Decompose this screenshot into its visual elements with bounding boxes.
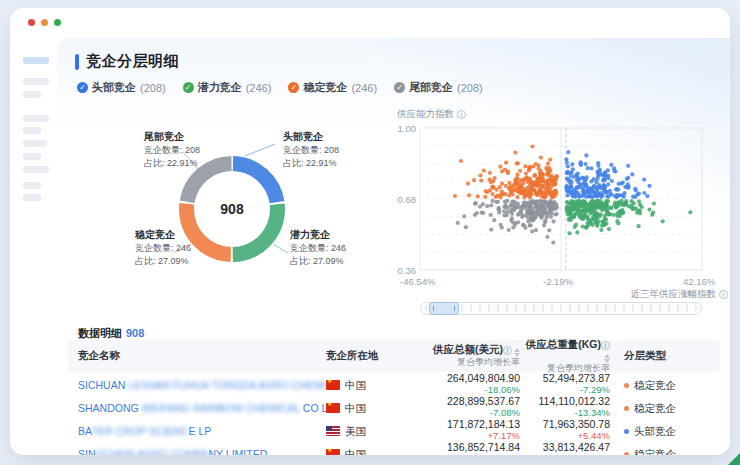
slider-waveform [425,305,697,312]
sidebar-item[interactable] [23,91,41,98]
sidebar-item-active[interactable] [23,57,49,64]
tier-type-cell: 头部竞企 [610,421,720,439]
tier-legend: ✓头部竞企(208)✓潜力竞企(246)✓稳定竞企(246)✓尾部竞企(208) [77,80,483,95]
company-link[interactable]: SHANDONG WEIFANG RAINBOW CHEMICAL CO LTD [78,402,326,414]
svg-text:头部竞企: 头部竞企 [283,131,324,142]
app-window: 竞企分层明细 ✓头部竞企(208)✓潜力竞企(246)✓稳定竞企(246)✓尾部… [10,8,730,455]
svg-text:竞企数量: 246: 竞企数量: 246 [290,243,346,253]
sidebar-item[interactable] [23,78,49,85]
company-link[interactable]: SICHUAN LESHAN FUHUA TONGDA AGRO CHEMIOG… [78,379,326,391]
info-icon[interactable]: i [719,290,728,299]
sidebar-nav-skeleton[interactable] [10,38,57,455]
sidebar-item[interactable] [23,153,41,160]
svg-text:竞企数量: 246: 竞企数量: 246 [135,243,191,253]
check-circle-icon: ✓ [288,82,299,93]
legend-label: 头部竞企 [92,80,136,95]
svg-text:潜力竞企: 潜力竞企 [289,229,331,240]
check-circle-icon: ✓ [77,82,88,93]
col-header-location: 竞企所在地 [326,349,416,363]
traffic-lights [28,19,61,26]
info-icon[interactable]: i [503,346,512,355]
table-section-title: 数据明细908 [78,326,144,341]
supply-weight-cell: 71,963,350.78+5.44% [520,419,610,440]
legend-count: (208) [140,82,166,94]
data-zoom-slider[interactable] [420,302,702,315]
table-row: SINOCHEM AGRO COMPANY LIMITED中国136,852,7… [68,441,720,455]
supply-scatter-chart[interactable]: 供应能力指数i 1.00 0.68 0.36 -46.54% -2.19% 42… [395,108,730,322]
legend-item-2[interactable]: ✓潜力竞企(246) [183,80,272,95]
record-count: 908 [126,327,144,339]
supply-amount-cell: 136,852,714.84-6.67% [416,442,520,455]
col-header-tier-type: 分层类型 [610,349,720,363]
svg-text:竞企数量: 208: 竞企数量: 208 [144,145,200,155]
page-title: 竞企分层明细 [86,52,179,71]
scatter-series-尾部竞企 [456,199,559,245]
detail-table: 竞企名称 竞企所在地 供应总额(美元)i 复合季均增长率 供应总重量(KG)i … [68,340,720,455]
info-icon[interactable]: i [457,110,466,119]
legend-label: 潜力竞企 [198,80,242,95]
country-flag-icon [326,380,340,390]
table-body: SICHUAN LESHAN FUHUA TONGDA AGRO CHEMIOG… [68,372,720,455]
company-link[interactable]: BAYER CROP SCIENCE LP [78,425,211,437]
supply-amount-cell: 228,899,537.67-7.08% [416,396,520,417]
maximize-window-button[interactable] [54,19,61,26]
sidebar-item[interactable] [23,127,41,134]
section-header: 竞企分层明细 [75,52,179,71]
legend-item-3[interactable]: ✓稳定竞企(246) [288,80,377,95]
donut-total: 908 [220,201,244,217]
tier-dot-icon [624,452,629,456]
col-header-supply-weight: 供应总重量(KG)i 复合季均增长率 [520,339,610,374]
col-header-company-name: 竞企名称 [68,349,326,363]
redacted-name-segment: YER CROP SCIENC [91,425,188,437]
corner-decoration [728,453,740,465]
tier-type-cell: 稳定竞企 [610,398,720,416]
tier-type-cell: 稳定竞企 [610,375,720,393]
company-location: 中国 [326,444,416,456]
legend-item-1[interactable]: ✓头部竞企(208) [77,80,166,95]
supply-weight-cell: 52,494,273.87-7.29% [520,373,610,394]
info-icon[interactable]: i [601,341,610,350]
y-tick-mid: 0.68 [395,194,416,205]
x-tick-max: 42.16% [683,276,715,287]
x-tick-mid: -2.19% [543,276,573,287]
country-flag-icon [326,403,340,413]
donut-label-尾部竞企: 尾部竞企竞企数量: 208占比: 22.91% [143,131,200,168]
legend-label: 尾部竞企 [409,80,453,95]
scatter-series-头部竞企 [564,150,651,199]
sidebar-item[interactable] [23,140,47,147]
legend-label: 稳定竞企 [303,80,347,95]
tier-dot-icon [624,383,629,388]
svg-text:稳定竞企: 稳定竞企 [134,229,176,240]
table-row: BAYER CROP SCIENCE LP美国171,872,184.13+7.… [68,418,720,441]
company-location: 中国 [326,375,416,393]
x-tick-min: -46.54% [400,276,435,287]
sidebar-item[interactable] [23,194,41,201]
tier-dot-icon [624,406,629,411]
sidebar-item[interactable] [23,115,49,122]
scatter-x-axis-title: 近三年供应涨幅指数i [631,288,729,301]
svg-text:竞企数量: 208: 竞企数量: 208 [283,145,339,155]
svg-text:占比: 27.09%: 占比: 27.09% [135,256,189,266]
close-window-button[interactable] [28,19,35,26]
legend-count: (208) [457,82,483,94]
legend-item-4[interactable]: ✓尾部竞企(208) [394,80,483,95]
table-row: SICHUAN LESHAN FUHUA TONGDA AGRO CHEMIOG… [68,372,720,395]
redacted-name-segment: WEIFANG RAINBOW CHEMICAL [142,402,300,414]
company-link[interactable]: SINOCHEM AGRO COMPANY LIMITED [78,448,267,456]
window-titlebar [10,8,730,38]
svg-text:占比: 22.91%: 占比: 22.91% [283,158,337,168]
svg-text:尾部竞企: 尾部竞企 [143,131,185,142]
supply-weight-cell: 33,813,426.47-2.38% [520,442,610,455]
sidebar-item[interactable] [23,166,49,173]
main-content: 竞企分层明细 ✓头部竞企(208)✓潜力竞企(246)✓稳定竞企(246)✓尾部… [57,38,730,455]
redacted-name-segment: OCHEM AGRO COMPA [96,448,209,456]
y-tick-max: 1.00 [395,123,416,134]
svg-text:占比: 27.09%: 占比: 27.09% [290,256,344,266]
scatter-y-axis-title: 供应能力指数i [397,108,466,121]
legend-count: (246) [246,82,272,94]
table-row: SHANDONG WEIFANG RAINBOW CHEMICAL CO LTD… [68,395,720,418]
slider-selected-range[interactable] [429,302,459,315]
tier-donut-chart[interactable]: 908头部竞企竞企数量: 208占比: 22.91%潜力竞企竞企数量: 246占… [105,120,395,290]
minimize-window-button[interactable] [41,19,48,26]
sidebar-item[interactable] [23,182,41,189]
